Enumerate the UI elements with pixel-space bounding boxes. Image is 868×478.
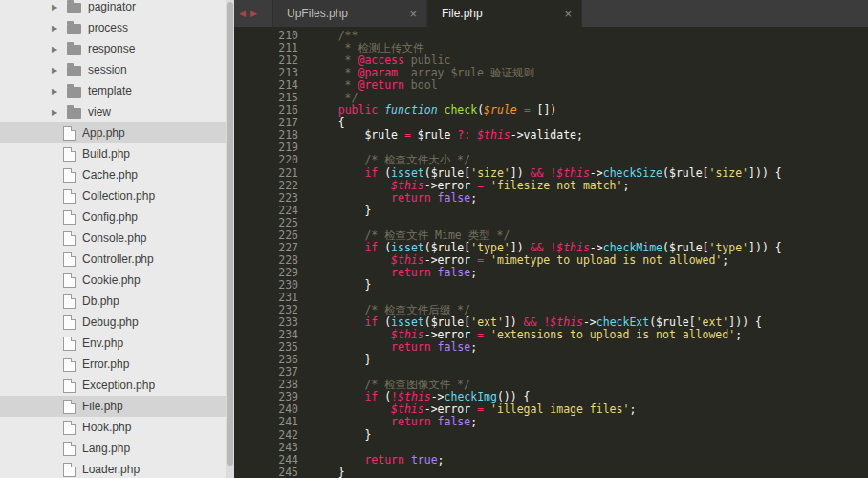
- code-token: ])) {: [728, 315, 762, 329]
- code-token: isset: [391, 166, 424, 180]
- folder-chevron-icon[interactable]: ▶: [52, 108, 67, 117]
- next-tab-arrow-icon[interactable]: ▶: [250, 9, 257, 18]
- code-line[interactable]: }: [312, 467, 868, 478]
- file-icon: [63, 400, 76, 414]
- file-label: Hook.php: [82, 421, 131, 434]
- code-token: ($rule[: [662, 241, 708, 254]
- code-line[interactable]: return false;: [312, 267, 868, 279]
- folder-item-response[interactable]: ▶response: [0, 38, 234, 59]
- file-item-build-php[interactable]: Build.php: [0, 143, 234, 164]
- code-token: }: [312, 353, 371, 366]
- line-number[interactable]: 243: [234, 442, 298, 454]
- code-line[interactable]: public function check($rule = []): [312, 104, 868, 117]
- code-line[interactable]: return false;: [312, 416, 868, 428]
- file-item-file-php[interactable]: File.php: [0, 396, 234, 417]
- code-line[interactable]: $rule = $rule ?: $this->validate;: [312, 129, 868, 141]
- code-token: (: [378, 166, 391, 180]
- code-token: $rule: [418, 128, 451, 141]
- line-number[interactable]: 245: [234, 467, 298, 478]
- folder-chevron-icon[interactable]: ▶: [52, 45, 67, 54]
- file-item-cookie-php[interactable]: Cookie.php: [0, 270, 234, 291]
- file-item-config-php[interactable]: Config.php: [0, 206, 234, 228]
- code-token: [438, 103, 445, 117]
- line-number[interactable]: 226: [234, 229, 298, 242]
- code-token: /* 检查文件 Mime 类型 */: [312, 228, 510, 242]
- code-line[interactable]: }: [312, 279, 868, 292]
- code-token: checkSize: [603, 166, 662, 180]
- folder-item-paginator[interactable]: ▶paginator: [0, 0, 234, 17]
- line-number[interactable]: 221: [234, 167, 298, 180]
- folder-item-process[interactable]: ▶process: [0, 17, 234, 38]
- file-item-loader-php[interactable]: Loader.php: [0, 459, 234, 478]
- code-line[interactable]: return false;: [312, 341, 868, 354]
- file-item-db-php[interactable]: Db.php: [0, 291, 234, 312]
- code-content[interactable]: /** * 检测上传文件 * @access public * @param a…: [302, 30, 868, 478]
- folder-item-view[interactable]: ▶view: [0, 101, 234, 122]
- code-token: [312, 390, 364, 403]
- code-token: 'mimetype to upload is not allowed': [490, 253, 722, 267]
- line-number[interactable]: 223: [234, 192, 298, 205]
- prev-tab-arrow-icon[interactable]: ◀: [239, 9, 246, 18]
- file-item-app-php[interactable]: App.php: [0, 122, 234, 143]
- code-token: $this: [556, 241, 590, 254]
- file-item-exception-php[interactable]: Exception.php: [0, 375, 234, 396]
- folder-chevron-icon[interactable]: ▶: [52, 3, 67, 11]
- file-item-console-php[interactable]: Console.php: [0, 228, 234, 249]
- line-number[interactable]: 244: [234, 454, 298, 467]
- file-item-debug-php[interactable]: Debug.php: [0, 312, 234, 333]
- code-line[interactable]: }: [312, 429, 868, 442]
- tab-close-icon[interactable]: ×: [556, 7, 572, 21]
- sidebar-scrollbar[interactable]: [226, 0, 234, 478]
- file-item-controller-php[interactable]: Controller.php: [0, 249, 234, 270]
- folder-chevron-icon[interactable]: ▶: [52, 24, 67, 33]
- code-token: 'ext': [696, 315, 729, 329]
- line-number[interactable]: 227: [234, 242, 298, 254]
- line-number[interactable]: 242: [234, 429, 298, 442]
- folder-chevron-icon[interactable]: ▶: [52, 66, 67, 75]
- code-token: ;: [722, 253, 728, 267]
- file-item-error-php[interactable]: Error.php: [0, 354, 234, 375]
- code-token: ->error: [424, 328, 470, 341]
- sidebar-scrollbar-thumb[interactable]: [227, 2, 233, 466]
- code-token: =: [517, 103, 537, 117]
- code-token: false: [438, 191, 471, 205]
- code-line[interactable]: * @return bool: [312, 79, 868, 92]
- code-line[interactable]: return false;: [312, 192, 868, 205]
- file-item-lang-php[interactable]: Lang.php: [0, 438, 234, 459]
- line-number[interactable]: 229: [234, 267, 298, 279]
- file-item-cache-php[interactable]: Cache.php: [0, 164, 234, 185]
- file-item-collection-php[interactable]: Collection.php: [0, 185, 234, 206]
- code-token: ->error: [424, 253, 470, 267]
- file-label: Cache.php: [82, 168, 138, 182]
- code-token: *: [312, 78, 358, 92]
- folder-item-template[interactable]: ▶template: [0, 80, 234, 101]
- file-item-hook-php[interactable]: Hook.php: [0, 417, 234, 438]
- folder-label: session: [88, 63, 127, 76]
- code-token: false: [438, 266, 471, 279]
- code-token: ($rule[: [662, 166, 708, 180]
- code-token: /**: [312, 30, 358, 42]
- code-token: [312, 179, 391, 192]
- code-line[interactable]: return true;: [312, 454, 868, 467]
- file-item-env-php[interactable]: Env.php: [0, 333, 234, 354]
- code-token: ;: [438, 453, 445, 467]
- line-number[interactable]: 225: [234, 217, 298, 229]
- code-token: if: [364, 241, 378, 254]
- line-number[interactable]: 224: [234, 205, 298, 217]
- folder-chevron-icon[interactable]: ▶: [52, 87, 67, 96]
- code-line[interactable]: }: [312, 354, 868, 366]
- code-area[interactable]: 2102112122132142152162172182192202212222…: [234, 27, 868, 478]
- code-token: && !: [524, 241, 557, 254]
- code-token: *: [312, 54, 358, 67]
- code-token: }: [312, 204, 371, 217]
- line-number[interactable]: 220: [234, 154, 298, 166]
- line-number[interactable]: 222: [234, 180, 298, 192]
- code-token: [312, 328, 391, 341]
- line-number[interactable]: 241: [234, 416, 298, 428]
- tab-upfiles-php[interactable]: UpFiles.php×: [272, 0, 427, 27]
- tab-close-icon[interactable]: ×: [401, 7, 417, 21]
- folder-item-session[interactable]: ▶session: [0, 59, 234, 80]
- code-line[interactable]: }: [312, 205, 868, 217]
- tab-file-php[interactable]: File.php×: [427, 0, 582, 27]
- line-number[interactable]: 228: [234, 254, 298, 267]
